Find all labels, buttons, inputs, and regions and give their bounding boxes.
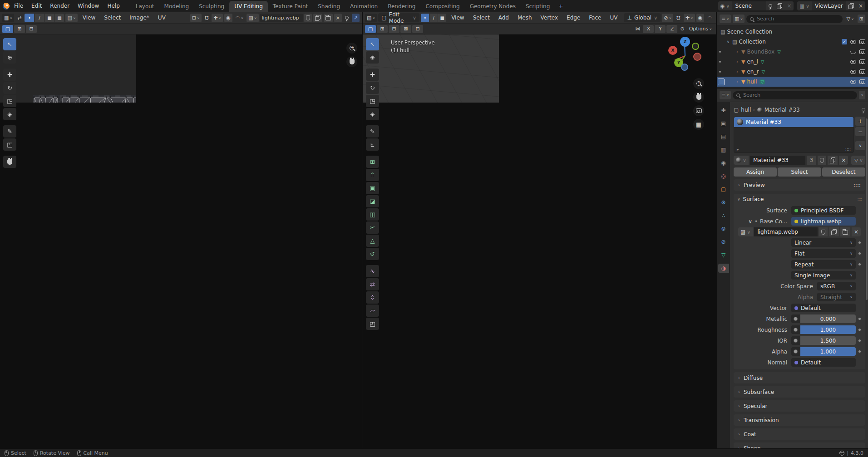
uv-image-open-button[interactable] bbox=[324, 14, 333, 22]
copy-material-button[interactable] bbox=[828, 156, 838, 165]
gizmo-z-axis[interactable]: Z bbox=[680, 37, 690, 47]
proportional-edit-toggle[interactable]: ◉ bbox=[696, 14, 705, 22]
viewport-camera-button[interactable] bbox=[693, 105, 704, 116]
tab-particles[interactable]: ∴ bbox=[718, 211, 729, 220]
properties-options-button[interactable]: ∨ bbox=[859, 91, 865, 99]
tool-edge-slide[interactable]: ⇄ bbox=[366, 278, 379, 290]
tool-tweak-select[interactable]: ↖ bbox=[366, 38, 379, 50]
outliner-row-en-l[interactable]: › ▼ en_l ▽ bbox=[717, 57, 868, 67]
expander-icon[interactable]: › bbox=[735, 79, 740, 84]
panel-preview[interactable]: › Preview :::: bbox=[734, 179, 865, 191]
extension-dropdown[interactable]: Repeat∨ bbox=[791, 260, 856, 269]
camera-render-icon[interactable] bbox=[859, 79, 865, 84]
uv-face-mode-button[interactable]: ■ bbox=[44, 14, 54, 22]
viewlayer-copy-button[interactable] bbox=[846, 1, 856, 10]
panel-coat[interactable]: ›Coat bbox=[734, 428, 865, 440]
pin-icon[interactable] bbox=[862, 108, 865, 112]
tool-scale[interactable]: ◳ bbox=[3, 95, 16, 107]
snap-target-button[interactable]: ✚∨ bbox=[684, 14, 695, 22]
menu-render[interactable]: Render bbox=[46, 0, 73, 12]
tab-constraints[interactable]: ⊘ bbox=[718, 237, 729, 246]
workspace-tab-modeling[interactable]: Modeling bbox=[159, 1, 194, 12]
material-slot-list[interactable]: Material #33 ▸:::: bbox=[734, 117, 854, 153]
camera-render-icon[interactable] bbox=[859, 39, 865, 44]
tab-object-data[interactable]: ▽ bbox=[718, 251, 729, 260]
tool-smooth[interactable]: ∿ bbox=[366, 265, 379, 277]
outliner-search-input[interactable] bbox=[756, 15, 839, 22]
tool-spin[interactable]: ↺ bbox=[366, 248, 379, 260]
outliner-row-boundbox[interactable]: › ▼ BoundBox ▽ bbox=[717, 47, 868, 57]
assign-button[interactable]: Assign bbox=[734, 167, 777, 177]
proportional-falloff-button[interactable]: ◠ bbox=[705, 14, 714, 22]
viewport-editor-type-button[interactable]: ▧∨ bbox=[365, 14, 377, 22]
uv-select-extend-button[interactable]: ⊞ bbox=[14, 25, 25, 33]
vp-menu-vertex[interactable]: Vertex bbox=[537, 12, 562, 24]
tool-loop-cut[interactable]: ◫ bbox=[366, 208, 379, 221]
source-dropdown[interactable]: Single Image∨ bbox=[791, 271, 856, 280]
properties-search-input[interactable] bbox=[742, 92, 853, 98]
uv-pan-button[interactable] bbox=[346, 56, 357, 67]
workspace-tab-sculpting[interactable]: Sculpting bbox=[194, 1, 229, 12]
eye-icon[interactable] bbox=[850, 40, 856, 44]
tab-scene[interactable]: ◉ bbox=[718, 158, 729, 167]
outliner-filter-images-button[interactable]: ▥∨ bbox=[733, 15, 745, 23]
menu-edit[interactable]: Edit bbox=[28, 0, 45, 12]
tool-rotate[interactable]: ↻ bbox=[3, 82, 16, 94]
unlink-material-button[interactable]: × bbox=[839, 156, 848, 165]
vp-select-intersect-button[interactable]: ⊡ bbox=[412, 25, 423, 33]
deselect-button[interactable]: Deselect bbox=[822, 167, 865, 177]
vp-menu-select[interactable]: Select bbox=[469, 12, 493, 24]
tab-modifiers[interactable]: ⊛ bbox=[718, 198, 729, 207]
uv-image-pin-button[interactable] bbox=[343, 14, 350, 22]
uv-menu-image[interactable]: Image* bbox=[126, 12, 153, 24]
camera-render-icon[interactable] bbox=[859, 49, 865, 54]
material-users-count[interactable]: 3 bbox=[807, 156, 817, 165]
tool-rip-region[interactable]: ◰ bbox=[3, 138, 16, 151]
panel-sheen[interactable]: ›Sheen bbox=[734, 442, 865, 448]
expander-icon[interactable]: ∨ bbox=[726, 39, 730, 44]
face-select-button[interactable]: ■ bbox=[438, 14, 446, 22]
viewport-pan-button[interactable] bbox=[693, 92, 704, 103]
tool-annotate[interactable]: ✎ bbox=[3, 125, 16, 138]
image-name-field[interactable]: lightmap.webp bbox=[754, 227, 818, 236]
properties-search[interactable] bbox=[733, 91, 857, 99]
drag-grip[interactable]: :::: bbox=[858, 197, 862, 201]
projection-dropdown[interactable]: Flat∨ bbox=[791, 249, 856, 258]
chevron-down-icon[interactable]: ∨ bbox=[748, 218, 752, 225]
scene-browse-button[interactable]: ◉∨ bbox=[718, 1, 732, 10]
panel-transmission[interactable]: ›Transmission bbox=[734, 414, 865, 426]
tool-transform[interactable]: ◈ bbox=[366, 108, 379, 120]
tool-rip-region[interactable]: ◰ bbox=[366, 318, 379, 330]
outliner-filter-button[interactable]: ▽∨ bbox=[844, 15, 855, 23]
resize-grip[interactable]: :::: bbox=[845, 147, 851, 152]
workspace-tab-shading[interactable]: Shading bbox=[313, 1, 345, 12]
uv-snap-toggle[interactable]: Ω bbox=[203, 14, 210, 22]
collection-checkbox[interactable]: ✓ bbox=[842, 39, 847, 44]
menu-file[interactable]: File bbox=[10, 0, 27, 12]
uv-snap-settings-button[interactable]: ✚∨ bbox=[212, 14, 223, 22]
panel-subsurface[interactable]: ›Subsurface bbox=[734, 386, 865, 398]
tab-object[interactable]: ▢ bbox=[718, 185, 729, 194]
uv-menu-select[interactable]: Select bbox=[100, 12, 124, 24]
ior-slider[interactable]: 1.500 bbox=[800, 336, 856, 345]
uv-pivot-button[interactable]: ⊡∨ bbox=[190, 14, 202, 22]
workspace-tab-compositing[interactable]: Compositing bbox=[420, 1, 464, 12]
tool-cursor-2d[interactable]: ⊕ bbox=[3, 51, 16, 64]
vp-menu-edge[interactable]: Edge bbox=[563, 12, 584, 24]
mirror-y-button[interactable]: Y bbox=[655, 25, 666, 33]
roughness-socket-button[interactable] bbox=[791, 325, 800, 334]
snap-extra-button[interactable]: ⊙ bbox=[678, 25, 686, 33]
breadcrumb-object[interactable]: hull bbox=[741, 107, 751, 113]
vertex-select-button[interactable]: • bbox=[421, 14, 429, 22]
color-space-dropdown[interactable]: sRGB∨ bbox=[817, 282, 856, 290]
tool-poly-build[interactable]: △ bbox=[366, 235, 379, 247]
outliner-search[interactable] bbox=[746, 15, 843, 23]
breadcrumb-material[interactable]: Material #33 bbox=[764, 107, 800, 113]
tab-physics[interactable]: ⊚ bbox=[718, 224, 729, 233]
workspace-tab-geometry-nodes[interactable]: Geometry Nodes bbox=[465, 1, 521, 12]
uv-sticky-selection-button[interactable]: ▤∨ bbox=[65, 14, 77, 22]
tool-inset-faces[interactable]: ▣ bbox=[366, 182, 379, 194]
tool-cursor[interactable]: ⊕ bbox=[366, 51, 379, 64]
transform-orientation-selector[interactable]: ⊥Global∨ bbox=[624, 13, 661, 22]
uv-menu-view[interactable]: View bbox=[79, 12, 99, 24]
